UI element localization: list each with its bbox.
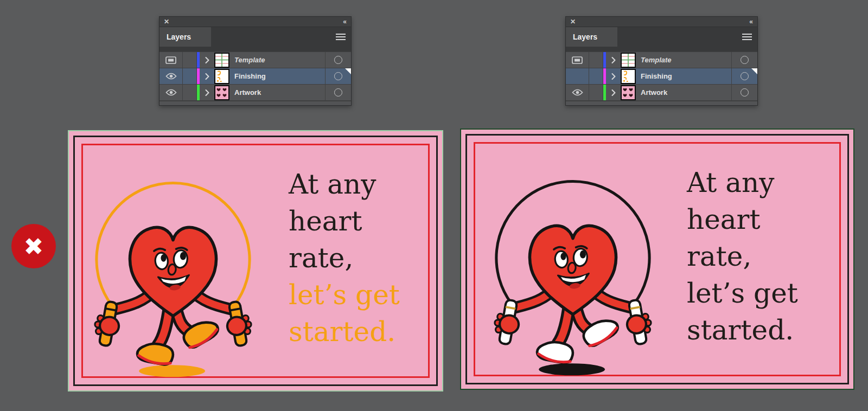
artboard-right[interactable]: At any heart rate, let’s get started. bbox=[460, 129, 854, 390]
eye-icon bbox=[165, 89, 177, 96]
target-circle-icon bbox=[334, 56, 342, 64]
layer-target[interactable] bbox=[731, 85, 757, 100]
layer-thumbnail-finishing[interactable] bbox=[214, 69, 229, 84]
layer-thumbnail-finishing[interactable] bbox=[621, 69, 636, 84]
target-circle-icon bbox=[741, 88, 749, 97]
expand-chevron-icon[interactable] bbox=[606, 68, 621, 84]
selected-corner-marker bbox=[751, 68, 757, 74]
error-badge: ✖ bbox=[11, 224, 56, 268]
heart-character-illustration bbox=[83, 145, 263, 382]
panel-menu-icon[interactable] bbox=[336, 34, 346, 40]
layer-row-finishing[interactable]: Finishing bbox=[159, 68, 351, 85]
visibility-toggle[interactable] bbox=[566, 68, 589, 84]
tab-layers[interactable]: Layers bbox=[159, 27, 211, 47]
panel-titlebar: ✕ « bbox=[159, 17, 351, 27]
layer-row-artwork[interactable]: Artwork bbox=[566, 85, 757, 101]
lock-toggle[interactable] bbox=[183, 85, 197, 100]
panel-menu-icon[interactable] bbox=[742, 34, 752, 40]
layers-panel-left: ✕ « Layers Template bbox=[159, 16, 352, 106]
tab-layers[interactable]: Layers bbox=[566, 27, 617, 47]
caption-line-accent: started. bbox=[687, 312, 798, 349]
target-circle-icon bbox=[741, 72, 749, 80]
caption-line: rate, bbox=[687, 238, 798, 275]
panel-footer bbox=[566, 101, 757, 105]
layer-thumbnail-template[interactable] bbox=[214, 53, 229, 68]
layer-target[interactable] bbox=[325, 52, 351, 68]
eye-icon bbox=[572, 89, 583, 96]
close-icon[interactable]: ✕ bbox=[570, 18, 576, 25]
heart-character-illustration bbox=[483, 144, 663, 380]
caption-line: At any bbox=[289, 166, 400, 203]
selected-corner-marker bbox=[345, 68, 351, 74]
expand-chevron-icon[interactable] bbox=[200, 52, 214, 68]
layer-row-template[interactable]: Template bbox=[159, 52, 351, 68]
template-visibility-icon bbox=[165, 56, 176, 64]
eye-icon bbox=[165, 73, 177, 80]
layer-rows: Template Finishing bbox=[566, 52, 757, 101]
expand-chevron-icon[interactable] bbox=[200, 68, 214, 84]
layer-row-finishing[interactable]: Finishing bbox=[566, 68, 757, 85]
layer-thumbnail-artwork[interactable] bbox=[214, 85, 229, 100]
panel-tabrow: Layers bbox=[566, 27, 757, 47]
target-circle-icon bbox=[334, 72, 342, 80]
card-caption: At any heart rate, let’s get started. bbox=[687, 164, 798, 349]
layer-row-template[interactable]: Template bbox=[566, 52, 757, 68]
expand-chevron-icon[interactable] bbox=[606, 52, 621, 68]
caption-line-accent: started. bbox=[289, 313, 400, 350]
expand-chevron-icon[interactable] bbox=[200, 85, 214, 100]
error-x-icon: ✖ bbox=[24, 233, 44, 260]
template-visibility-icon bbox=[572, 56, 583, 64]
layer-target[interactable] bbox=[325, 85, 351, 100]
layer-thumbnail-artwork[interactable] bbox=[621, 85, 636, 100]
lock-toggle[interactable] bbox=[589, 85, 603, 100]
visibility-toggle[interactable] bbox=[159, 85, 183, 100]
caption-line-accent: let’s get bbox=[289, 277, 400, 313]
layer-name[interactable]: Template bbox=[229, 52, 325, 68]
layer-name[interactable]: Artwork bbox=[229, 85, 325, 100]
layer-name[interactable]: Finishing bbox=[636, 68, 731, 84]
caption-line: rate, bbox=[289, 240, 400, 277]
expand-chevron-icon[interactable] bbox=[606, 85, 621, 100]
layer-name[interactable]: Artwork bbox=[636, 85, 731, 100]
illustrator-workspace: ✕ « Layers Template bbox=[0, 0, 868, 411]
visibility-toggle[interactable] bbox=[566, 52, 589, 68]
caption-line-accent: let’s get bbox=[687, 275, 798, 312]
layer-target[interactable] bbox=[731, 52, 757, 68]
visibility-toggle[interactable] bbox=[159, 68, 183, 84]
lock-toggle[interactable] bbox=[183, 68, 197, 84]
caption-line: heart bbox=[289, 203, 400, 240]
visibility-toggle[interactable] bbox=[159, 52, 183, 68]
target-circle-icon bbox=[334, 88, 342, 97]
collapse-panel-icon[interactable]: « bbox=[749, 18, 753, 25]
visibility-toggle[interactable] bbox=[566, 85, 589, 100]
caption-line: heart bbox=[687, 201, 798, 238]
layer-rows: Template Finishing bbox=[159, 52, 351, 101]
panel-footer bbox=[159, 101, 351, 105]
panel-titlebar: ✕ « bbox=[566, 17, 757, 27]
close-icon[interactable]: ✕ bbox=[164, 18, 169, 25]
layer-row-artwork[interactable]: Artwork bbox=[159, 85, 351, 101]
lock-toggle[interactable] bbox=[589, 68, 603, 84]
card-caption: At any heart rate, let’s get started. bbox=[289, 166, 400, 350]
lock-toggle[interactable] bbox=[183, 52, 197, 68]
layer-name[interactable]: Template bbox=[636, 52, 731, 68]
layers-panel-right: ✕ « Layers Template bbox=[565, 16, 758, 106]
artboard-left[interactable]: At any heart rate, let’s get started. bbox=[68, 130, 443, 391]
caption-line: At any bbox=[687, 164, 798, 201]
target-circle-icon bbox=[741, 56, 749, 64]
collapse-panel-icon[interactable]: « bbox=[343, 18, 347, 25]
lock-toggle[interactable] bbox=[589, 52, 603, 68]
layer-thumbnail-template[interactable] bbox=[621, 53, 636, 68]
layer-name[interactable]: Finishing bbox=[229, 68, 325, 84]
panel-tabrow: Layers bbox=[159, 27, 351, 47]
